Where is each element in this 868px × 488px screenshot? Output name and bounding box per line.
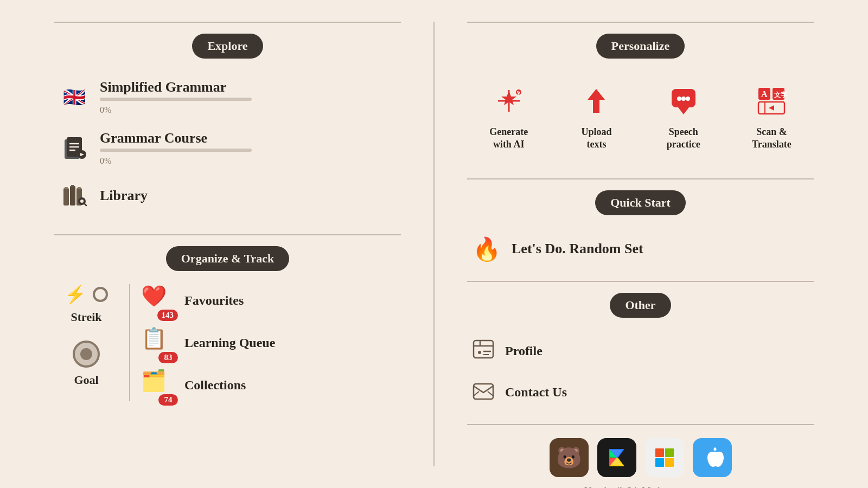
simplified-grammar-progress-bar bbox=[100, 98, 252, 101]
right-panel: Personalize Generatewith AI bbox=[467, 22, 814, 466]
upload-texts-icon bbox=[578, 82, 615, 119]
scan-translate-label: Scan &Translate bbox=[752, 126, 792, 151]
svg-point-23 bbox=[677, 97, 681, 101]
favourites-icon-wrapper: ❤️ 143 bbox=[141, 284, 174, 317]
contact-us-item[interactable]: Contact Us bbox=[467, 372, 814, 413]
personalize-badge: Personalize bbox=[596, 34, 685, 59]
svg-rect-56 bbox=[655, 448, 664, 457]
learning-queue-item[interactable]: 📋 83 Learning Queue bbox=[141, 326, 401, 359]
personalize-icons: Generatewith AI Uploadtexts bbox=[467, 72, 814, 168]
organize-header: Organize & Track bbox=[54, 246, 401, 271]
favourites-badge: 143 bbox=[157, 310, 178, 321]
svg-rect-10 bbox=[71, 185, 74, 187]
fire-icon: 🔥 bbox=[473, 236, 501, 262]
simplified-grammar-text: Simplified Grammar 0% bbox=[100, 79, 252, 115]
goal-section bbox=[73, 341, 100, 368]
goal-icon bbox=[73, 341, 100, 368]
app-stores: 🐻 bbox=[467, 424, 814, 488]
library-text: Library bbox=[100, 188, 148, 204]
scan-translate-item[interactable]: A 文字 Scan &Translate bbox=[741, 77, 802, 157]
collections-item[interactable]: 🗂️ 74 Collections bbox=[141, 369, 401, 401]
streak-label: Streik bbox=[71, 310, 101, 324]
grammar-course-text: Grammar Course 0% bbox=[100, 130, 252, 166]
organize-badge: Organize & Track bbox=[166, 246, 290, 271]
random-set-text: Let's Do. Random Set bbox=[512, 241, 643, 257]
speech-practice-item[interactable]: Speechpractice bbox=[654, 77, 713, 157]
learning-queue-title: Learning Queue bbox=[184, 336, 275, 350]
windows-store-icon[interactable] bbox=[645, 438, 684, 477]
organize-section: Organize & Track ⚡ Streik Goal bbox=[54, 234, 401, 401]
simplified-grammar-item[interactable]: 🇬🇧 Simplified Grammar 0% bbox=[54, 72, 401, 123]
upload-texts-item[interactable]: Uploadtexts bbox=[567, 77, 626, 157]
quick-start-section: Quick Start 🔥 Let's Do. Random Set bbox=[467, 178, 814, 270]
upload-texts-label: Uploadtexts bbox=[581, 126, 611, 151]
svg-rect-7 bbox=[63, 188, 69, 206]
generate-ai-label: Generatewith AI bbox=[489, 126, 528, 151]
grammar-course-icon bbox=[60, 133, 89, 163]
grammar-course-title: Grammar Course bbox=[100, 130, 252, 146]
explore-section: Explore 🇬🇧 Simplified Grammar 0% bbox=[54, 22, 401, 218]
grammar-course-progress-label: 0% bbox=[100, 156, 252, 166]
collections-icon-wrapper: 🗂️ 74 bbox=[141, 369, 174, 401]
grammar-course-item[interactable]: Grammar Course 0% bbox=[54, 123, 401, 174]
contact-us-icon bbox=[473, 380, 494, 406]
svg-line-41 bbox=[474, 391, 479, 396]
generate-ai-icon bbox=[490, 82, 527, 119]
svg-point-14 bbox=[80, 200, 84, 203]
simplified-grammar-icon: 🇬🇧 bbox=[60, 82, 89, 112]
svg-rect-57 bbox=[665, 448, 674, 457]
personalize-section: Personalize Generatewith AI bbox=[467, 22, 814, 168]
collections-icon: 🗂️ bbox=[141, 369, 167, 392]
vertical-divider bbox=[433, 22, 435, 466]
svg-line-42 bbox=[488, 391, 493, 396]
other-section: Other Profile bbox=[467, 281, 814, 413]
learning-queue-icon: 📋 bbox=[141, 327, 167, 350]
explore-badge: Explore bbox=[192, 34, 263, 59]
other-header: Other bbox=[467, 293, 814, 318]
profile-item[interactable]: Profile bbox=[467, 331, 814, 372]
streak-icons: ⚡ bbox=[65, 284, 108, 305]
streak-circle bbox=[93, 287, 108, 302]
svg-marker-33 bbox=[769, 105, 774, 111]
svg-text:文字: 文字 bbox=[774, 91, 788, 99]
svg-rect-40 bbox=[474, 384, 493, 399]
apple-store-icon[interactable] bbox=[693, 438, 732, 477]
random-set-item[interactable]: 🔥 Let's Do. Random Set bbox=[467, 228, 814, 270]
svg-marker-26 bbox=[678, 107, 689, 114]
svg-point-25 bbox=[686, 97, 690, 101]
goal-label: Goal bbox=[74, 373, 98, 387]
svg-rect-34 bbox=[474, 341, 493, 358]
learning-queue-badge: 83 bbox=[158, 352, 178, 363]
svg-rect-8 bbox=[65, 187, 68, 189]
profile-icon bbox=[473, 338, 494, 364]
contact-us-title: Contact Us bbox=[505, 385, 567, 400]
organize-items: ❤️ 143 Favourites 📋 83 Learning Queue bbox=[141, 284, 401, 401]
svg-rect-12 bbox=[78, 187, 81, 189]
collections-badge: 74 bbox=[158, 394, 178, 406]
organize-content: ⚡ Streik Goal ❤️ bbox=[54, 284, 401, 401]
store-icons-row: 🐻 bbox=[550, 438, 732, 477]
svg-point-37 bbox=[478, 351, 481, 354]
bear-emoji: 🐻 bbox=[556, 446, 582, 470]
streak-goal-panel: ⚡ Streik Goal bbox=[54, 284, 130, 401]
personalize-header: Personalize bbox=[467, 34, 814, 59]
generate-ai-item[interactable]: Generatewith AI bbox=[478, 77, 539, 157]
google-play-icon[interactable] bbox=[597, 438, 636, 477]
version-text: Ver. April, 24. Metkagram™ bbox=[584, 486, 697, 488]
svg-marker-21 bbox=[588, 89, 605, 113]
favourites-item[interactable]: ❤️ 143 Favourites bbox=[141, 284, 401, 317]
svg-rect-58 bbox=[655, 458, 664, 467]
speech-practice-icon bbox=[665, 82, 702, 119]
library-icon bbox=[60, 181, 89, 210]
grammar-course-progress-bar bbox=[100, 149, 252, 152]
learning-queue-icon-wrapper: 📋 83 bbox=[141, 326, 174, 359]
explore-header: Explore bbox=[54, 34, 401, 59]
svg-point-24 bbox=[681, 97, 686, 101]
bear-store-icon[interactable]: 🐻 bbox=[550, 438, 589, 477]
favourites-icon: ❤️ bbox=[141, 285, 167, 307]
scan-translate-icon: A 文字 bbox=[753, 82, 790, 119]
library-title: Library bbox=[100, 188, 148, 204]
library-item[interactable]: Library bbox=[54, 174, 401, 218]
quick-start-badge: Quick Start bbox=[595, 190, 686, 215]
left-panel: Explore 🇬🇧 Simplified Grammar 0% bbox=[54, 22, 401, 466]
